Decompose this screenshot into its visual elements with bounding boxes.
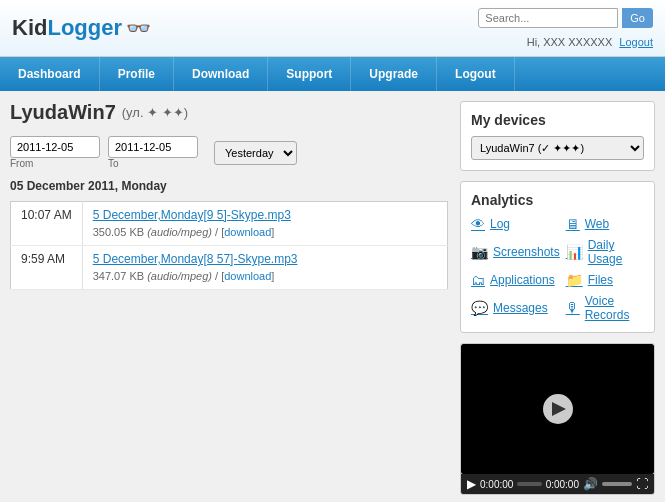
nav-support[interactable]: Support (268, 57, 351, 91)
analytics-screenshots[interactable]: 📷 Screenshots (471, 238, 560, 266)
analytics-title: Analytics (471, 192, 644, 208)
nav-upgrade[interactable]: Upgrade (351, 57, 437, 91)
video-player (461, 344, 654, 474)
nav-profile[interactable]: Profile (100, 57, 174, 91)
record-cell-1: 5 December,Monday[9 5]-Skype.mp3 350.05 … (82, 202, 447, 246)
from-label: From (10, 158, 100, 169)
play-button[interactable] (543, 394, 573, 424)
device-select[interactable]: LyudaWin7 (✓ ✦✦✦) (471, 136, 644, 160)
analytics-applications-label: Applications (490, 273, 555, 287)
record-title-2[interactable]: 5 December,Monday[8 57]-Skype.mp3 (93, 252, 437, 266)
nav-logout[interactable]: Logout (437, 57, 515, 91)
search-input[interactable] (478, 8, 618, 28)
analytics-applications[interactable]: 🗂 Applications (471, 272, 560, 288)
files-icon: 📁 (566, 272, 583, 288)
web-icon: 🖥 (566, 216, 580, 232)
main: LyudaWin7 (ул. ✦ ✦✦) From To Yesterday 0… (0, 91, 665, 502)
table-row: 9:59 AM 5 December,Monday[8 57]-Skype.mp… (11, 246, 448, 290)
user-greeting: Hi, ХХХ ХХХХХХ (527, 36, 613, 48)
logo-kid: Kid (12, 15, 47, 41)
applications-icon: 🗂 (471, 272, 485, 288)
day-header: 05 December 2011, Monday (10, 179, 448, 193)
fullscreen-icon[interactable]: ⛶ (636, 477, 648, 491)
from-date-input[interactable] (10, 136, 100, 158)
video-controls: ▶ 0:00:00 0:00:00 🔊 ⛶ (461, 474, 654, 494)
video-play-icon[interactable]: ▶ (467, 477, 476, 491)
analytics-files[interactable]: 📁 Files (566, 272, 644, 288)
play-triangle-icon (552, 402, 566, 416)
header: KidLogger 👓 Go Hi, ХХХ ХХХХХХ Logout (0, 0, 665, 57)
volume-bar[interactable] (602, 482, 632, 486)
content-area: LyudaWin7 (ул. ✦ ✦✦) From To Yesterday 0… (10, 101, 448, 495)
download-link-1[interactable]: download (224, 226, 271, 238)
header-right: Go Hi, ХХХ ХХХХХХ Logout (478, 8, 653, 48)
screenshots-icon: 📷 (471, 244, 488, 260)
video-time-end: 0:00:00 (546, 479, 579, 490)
logo-logger: Logger (47, 15, 122, 41)
date-row: From To Yesterday (10, 136, 448, 169)
page-title-text: LyudaWin7 (10, 101, 116, 124)
video-time-start: 0:00:00 (480, 479, 513, 490)
volume-icon[interactable]: 🔊 (583, 477, 598, 491)
logo-glasses-icon: 👓 (126, 16, 151, 40)
period-select[interactable]: Yesterday (214, 141, 297, 165)
record-meta-2: 347.07 KB (audio/mpeg) / [download] (93, 270, 275, 282)
analytics-grid: 👁 Log 🖥 Web 📷 Screenshots 📊 Daily Usage … (471, 216, 644, 322)
to-field-wrap: To (108, 136, 198, 169)
user-row: Hi, ХХХ ХХХХХХ Logout (527, 36, 653, 48)
messages-icon: 💬 (471, 300, 488, 316)
to-date-input[interactable] (108, 136, 198, 158)
record-meta-1: 350.05 KB (audio/mpeg) / [download] (93, 226, 275, 238)
devices-section: My devices LyudaWin7 (✓ ✦✦✦) (460, 101, 655, 171)
analytics-web-label: Web (585, 217, 609, 231)
video-progress-bar[interactable] (517, 482, 541, 486)
nav-download[interactable]: Download (174, 57, 268, 91)
log-icon: 👁 (471, 216, 485, 232)
analytics-messages-label: Messages (493, 301, 548, 315)
record-cell-2: 5 December,Monday[8 57]-Skype.mp3 347.07… (82, 246, 447, 290)
analytics-voice-records-label: Voice Records (585, 294, 644, 322)
nav-dashboard[interactable]: Dashboard (0, 57, 100, 91)
record-title-1[interactable]: 5 December,Monday[9 5]-Skype.mp3 (93, 208, 437, 222)
search-button[interactable]: Go (622, 8, 653, 28)
table-row: 10:07 AM 5 December,Monday[9 5]-Skype.mp… (11, 202, 448, 246)
logo: KidLogger 👓 (12, 15, 151, 41)
analytics-daily-usage[interactable]: 📊 Daily Usage (566, 238, 644, 266)
voice-records-icon: 🎙 (566, 300, 580, 316)
record-time-2: 9:59 AM (11, 246, 83, 290)
video-player-wrap: ▶ 0:00:00 0:00:00 🔊 ⛶ (460, 343, 655, 495)
header-logout-link[interactable]: Logout (619, 36, 653, 48)
to-label: To (108, 158, 198, 169)
nav: Dashboard Profile Download Support Upgra… (0, 57, 665, 91)
analytics-messages[interactable]: 💬 Messages (471, 294, 560, 322)
analytics-files-label: Files (588, 273, 613, 287)
analytics-web[interactable]: 🖥 Web (566, 216, 644, 232)
from-field-wrap: From (10, 136, 100, 169)
analytics-log[interactable]: 👁 Log (471, 216, 560, 232)
analytics-log-label: Log (490, 217, 510, 231)
records-table: 10:07 AM 5 December,Monday[9 5]-Skype.mp… (10, 201, 448, 290)
devices-title: My devices (471, 112, 644, 128)
page-title: LyudaWin7 (ул. ✦ ✦✦) (10, 101, 448, 124)
download-link-2[interactable]: download (224, 270, 271, 282)
analytics-daily-usage-label: Daily Usage (588, 238, 644, 266)
analytics-voice-records[interactable]: 🎙 Voice Records (566, 294, 644, 322)
analytics-screenshots-label: Screenshots (493, 245, 560, 259)
page-title-sub: (ул. ✦ ✦✦) (122, 105, 188, 120)
sidebar: My devices LyudaWin7 (✓ ✦✦✦) Analytics 👁… (460, 101, 655, 495)
search-row: Go (478, 8, 653, 28)
record-time-1: 10:07 AM (11, 202, 83, 246)
analytics-section: Analytics 👁 Log 🖥 Web 📷 Screenshots 📊 Da… (460, 181, 655, 333)
daily-usage-icon: 📊 (566, 244, 583, 260)
